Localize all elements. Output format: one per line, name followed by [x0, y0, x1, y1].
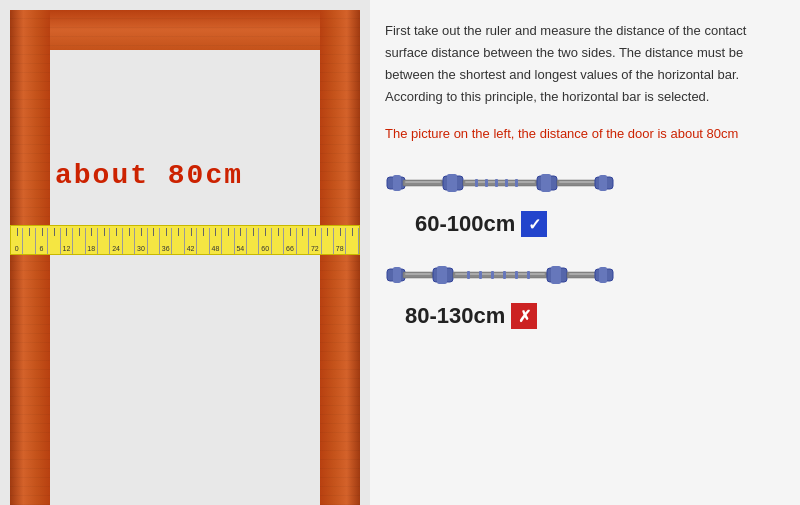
ruler-segment: 0: [11, 228, 23, 254]
check-yes-icon: ✓: [521, 211, 547, 237]
ruler-number: 60: [261, 245, 269, 252]
ruler-marks: 06121824303642485460667278: [11, 226, 359, 254]
ruler-segment: [73, 228, 85, 254]
highlight-text: The picture on the left, the distance of…: [385, 123, 780, 145]
ruler-number: 6: [40, 245, 44, 252]
svg-rect-38: [599, 267, 607, 283]
left-panel: about 80cm 06121824303642485460667278: [0, 0, 370, 505]
svg-rect-27: [467, 271, 470, 279]
svg-rect-36: [569, 273, 595, 275]
check-yes-mark: ✓: [528, 215, 541, 234]
svg-rect-12: [515, 179, 518, 187]
svg-rect-8: [475, 179, 478, 187]
ruler-segment: 54: [235, 228, 247, 254]
ruler-segment: 42: [185, 228, 197, 254]
ruler-number: 36: [162, 245, 170, 252]
ruler-segment: 48: [210, 228, 222, 254]
ruler-segment: 6: [36, 228, 48, 254]
ruler-segment: [322, 228, 334, 254]
svg-rect-11: [505, 179, 508, 187]
ruler-segment: [197, 228, 209, 254]
ruler-number: 54: [236, 245, 244, 252]
ruler-segment: 36: [160, 228, 172, 254]
ruler-number: 72: [311, 245, 319, 252]
ruler-segment: [48, 228, 60, 254]
ruler-segment: 18: [86, 228, 98, 254]
svg-rect-9: [485, 179, 488, 187]
ruler-segment: [98, 228, 110, 254]
ruler-segment: [148, 228, 160, 254]
product-range-2: 80-130cm: [405, 303, 505, 329]
ruler-segment: 66: [284, 228, 296, 254]
svg-rect-3: [405, 181, 441, 183]
about-label: about 80cm: [55, 160, 243, 191]
ruler-number: 66: [286, 245, 294, 252]
ruler-number: 0: [15, 245, 19, 252]
ruler-segment: 72: [309, 228, 321, 254]
ruler-number: 30: [137, 245, 145, 252]
ruler-segment: [297, 228, 309, 254]
ruler-segment: 24: [110, 228, 122, 254]
svg-rect-18: [599, 175, 607, 191]
svg-rect-28: [479, 271, 482, 279]
svg-rect-34: [551, 266, 561, 284]
ruler-number: 48: [212, 245, 220, 252]
check-no-icon: ✗: [511, 303, 537, 329]
ruler-number: 42: [187, 245, 195, 252]
ruler-segment: 78: [334, 228, 346, 254]
door-left-side: [10, 10, 50, 505]
ruler-number: 12: [62, 245, 70, 252]
product-row-2: [385, 257, 780, 293]
svg-rect-32: [527, 271, 530, 279]
ruler-segment: [123, 228, 135, 254]
svg-rect-31: [515, 271, 518, 279]
svg-rect-5: [447, 174, 457, 192]
svg-rect-14: [541, 174, 551, 192]
ruler-segment: [272, 228, 284, 254]
ruler-number: 24: [112, 245, 120, 252]
svg-rect-20: [393, 267, 401, 283]
ruler-segment: [23, 228, 35, 254]
bar-svg-2: [385, 257, 615, 293]
product-row-1: [385, 165, 780, 201]
ruler-number: 18: [87, 245, 95, 252]
product-range-1: 60-100cm: [415, 211, 515, 237]
ruler-segment: [346, 228, 358, 254]
ruler-segment: [222, 228, 234, 254]
bar-label-row-2: 80-130cm ✗: [405, 303, 780, 329]
check-no-mark: ✗: [518, 307, 531, 326]
bar-container: 60-100cm ✓: [385, 165, 780, 329]
svg-rect-30: [503, 271, 506, 279]
svg-rect-29: [491, 271, 494, 279]
svg-rect-1: [393, 175, 401, 191]
ruler-number: 78: [336, 245, 344, 252]
svg-rect-22: [405, 273, 431, 275]
right-panel: First take out the ruler and measure the…: [370, 0, 800, 505]
ruler-segment: [172, 228, 184, 254]
door-right-side: [320, 10, 360, 505]
svg-rect-16: [559, 181, 595, 183]
svg-rect-10: [495, 179, 498, 187]
bar-svg-1: [385, 165, 615, 201]
ruler-segment: [247, 228, 259, 254]
bar-label-row-1: 60-100cm ✓: [415, 211, 780, 237]
description-text: First take out the ruler and measure the…: [385, 20, 780, 108]
ruler-segment: 60: [259, 228, 271, 254]
ruler: 06121824303642485460667278: [10, 225, 360, 255]
svg-rect-24: [437, 266, 447, 284]
door-top: [10, 10, 360, 50]
ruler-segment: 30: [135, 228, 147, 254]
ruler-segment: 12: [61, 228, 73, 254]
